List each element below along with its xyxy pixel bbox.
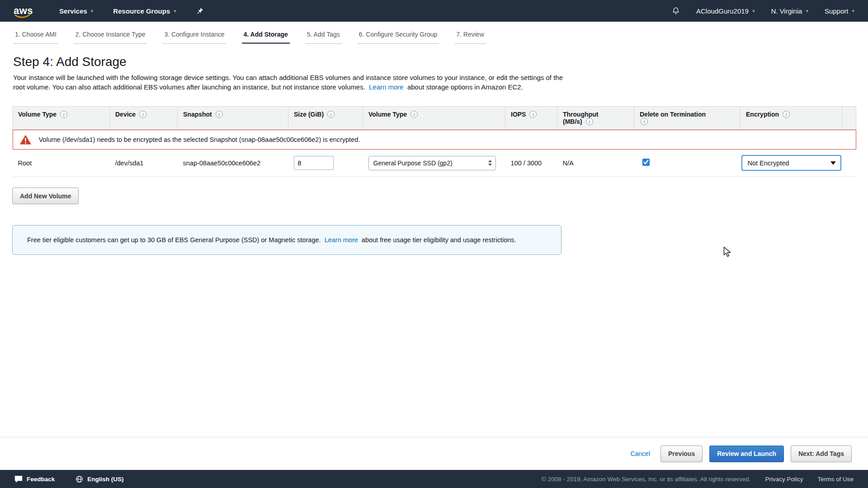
- top-navigation-bar: aws Services ▾ Resource Groups ▾ ACloudG…: [0, 0, 868, 22]
- tab-add-tags[interactable]: 5. Add Tags: [305, 31, 342, 44]
- learn-more-link[interactable]: Learn more: [369, 83, 404, 91]
- tab-review[interactable]: 7. Review: [454, 31, 486, 44]
- row-spacer-cell: [842, 150, 856, 177]
- resource-groups-menu-label: Resource Groups: [113, 7, 170, 15]
- tab-configure-security-group[interactable]: 6. Configure Security Group: [357, 31, 439, 44]
- resource-groups-menu[interactable]: Resource Groups ▾: [113, 7, 176, 15]
- encryption-warning-row: Volume (/dev/sda1) needs to be encrypted…: [13, 130, 856, 150]
- col-header-device: Devicei: [110, 107, 178, 130]
- wizard-steps-tabs: 1. Choose AMI 2. Choose Instance Type 3.…: [0, 22, 868, 44]
- globe-icon: [75, 475, 83, 483]
- free-tier-learn-more-link[interactable]: Learn more: [325, 236, 358, 244]
- encryption-warning-banner: Volume (/dev/sda1) needs to be encrypted…: [13, 130, 856, 150]
- info-icon[interactable]: i: [783, 111, 790, 118]
- chevron-down-icon: ▾: [174, 9, 176, 14]
- col-header-delete-on-termination: Delete on Termination i: [634, 107, 741, 130]
- services-menu[interactable]: Services ▾: [59, 7, 93, 15]
- cancel-link[interactable]: Cancel: [630, 450, 650, 457]
- bell-icon: [672, 7, 680, 15]
- iops-cell: 100 / 3000: [505, 150, 557, 177]
- info-icon[interactable]: i: [60, 111, 67, 118]
- tab-choose-instance-type[interactable]: 2. Choose Instance Type: [74, 31, 147, 44]
- region-menu-label: N. Virginia: [771, 7, 802, 15]
- chevron-down-icon: ▾: [806, 9, 808, 14]
- info-icon[interactable]: i: [529, 111, 537, 118]
- table-header-row: Volume Typei Devicei Snapshoti Size (GiB…: [13, 107, 856, 130]
- tab-choose-ami[interactable]: 1. Choose AMI: [13, 31, 58, 44]
- info-icon[interactable]: i: [327, 111, 335, 118]
- feedback-button[interactable]: Feedback: [14, 475, 55, 483]
- top-nav-right-group: ACloudGuru2019 ▾ N. Virginia ▾ Support ▾: [672, 7, 854, 15]
- info-icon[interactable]: i: [139, 111, 146, 118]
- free-tier-text: Free tier eligible customers can get up …: [27, 236, 321, 244]
- encryption-selected-value: Not Encrypted: [748, 160, 789, 167]
- volume-type-select[interactable]: General Purpose SSD (gp2): [368, 156, 496, 170]
- size-input[interactable]: [294, 156, 334, 170]
- select-arrows-icon: [488, 160, 492, 166]
- chevron-down-icon: ▾: [852, 9, 854, 14]
- support-menu-label: Support: [825, 7, 849, 15]
- feedback-bubble-icon: [14, 475, 23, 483]
- notifications-button[interactable]: [672, 7, 680, 15]
- pin-icon: [196, 7, 203, 14]
- col-header-iops: IOPSi: [505, 107, 557, 130]
- wizard-action-bar: Cancel Previous Review and Launch Next: …: [0, 437, 868, 470]
- privacy-policy-link[interactable]: Privacy Policy: [765, 476, 803, 483]
- info-icon[interactable]: i: [216, 111, 223, 118]
- mouse-cursor: [723, 247, 732, 258]
- col-header-throughput: Throughput (MB/s)i: [557, 107, 634, 130]
- add-new-volume-button[interactable]: Add New Volume: [12, 188, 79, 204]
- support-menu[interactable]: Support ▾: [825, 7, 854, 15]
- col-header-volume-type-select: Volume Typei: [363, 107, 505, 130]
- footer-right-group: © 2008 - 2019, Amazon Web Services, Inc.…: [542, 476, 854, 483]
- aws-logo[interactable]: aws: [14, 5, 33, 17]
- review-and-launch-button[interactable]: Review and Launch: [709, 446, 784, 462]
- terms-of-use-link[interactable]: Terms of Use: [817, 476, 854, 483]
- volume-type-select-cell: General Purpose SSD (gp2): [363, 150, 505, 177]
- free-tier-note: Free tier eligible customers can get up …: [12, 225, 561, 255]
- language-label: English (US): [87, 476, 123, 483]
- col-header-size: Size (GiB)i: [288, 107, 363, 130]
- aws-smile-icon: [14, 14, 31, 19]
- device-cell: /dev/sda1: [110, 150, 178, 177]
- encryption-select[interactable]: Not Encrypted: [741, 155, 841, 171]
- free-tier-text-after: about free usage tier eligibility and us…: [362, 236, 516, 244]
- warning-icon: [19, 134, 32, 145]
- delete-on-termination-cell: [634, 150, 741, 177]
- col-header-encryption: Encryptioni: [741, 107, 842, 130]
- col-header-spacer: [842, 107, 856, 130]
- info-icon[interactable]: i: [641, 118, 648, 125]
- info-icon[interactable]: i: [410, 111, 418, 118]
- account-menu-label: ACloudGuru2019: [696, 7, 749, 15]
- volume-row: Root /dev/sda1 snap-08aae50c00ce606e2 Ge…: [13, 150, 856, 177]
- volume-type-selected-value: General Purpose SSD (gp2): [373, 160, 453, 167]
- size-cell: [288, 150, 363, 177]
- next-add-tags-button[interactable]: Next: Add Tags: [791, 446, 852, 462]
- chevron-down-icon: ▾: [91, 9, 94, 14]
- region-menu[interactable]: N. Virginia ▾: [771, 7, 808, 15]
- chevron-down-icon: ▾: [752, 9, 755, 14]
- storage-volumes-table: Volume Typei Devicei Snapshoti Size (GiB…: [12, 106, 856, 177]
- account-menu[interactable]: ACloudGuru2019 ▾: [696, 7, 755, 15]
- col-header-volume-type: Volume Typei: [13, 107, 110, 130]
- throughput-cell: N/A: [557, 150, 634, 177]
- tab-configure-instance[interactable]: 3. Configure Instance: [162, 31, 226, 44]
- page-description: Your instance will be launched with the …: [13, 73, 573, 92]
- page-title: Step 4: Add Storage: [13, 55, 855, 69]
- encryption-cell: Not Encrypted: [741, 150, 842, 177]
- previous-button[interactable]: Previous: [660, 446, 703, 462]
- tab-add-storage[interactable]: 4. Add Storage: [242, 31, 290, 44]
- console-footer: Feedback English (US) © 2008 - 2019, Ama…: [0, 470, 868, 488]
- language-selector[interactable]: English (US): [75, 475, 123, 483]
- col-header-snapshot: Snapshoti: [178, 107, 288, 130]
- feedback-label: Feedback: [27, 476, 55, 483]
- warning-text: Volume (/dev/sda1) needs to be encrypted…: [39, 136, 360, 143]
- dropdown-arrow-icon: [830, 161, 836, 165]
- services-menu-label: Services: [59, 7, 87, 15]
- delete-on-termination-checkbox[interactable]: [642, 159, 650, 166]
- pin-shortcut-button[interactable]: [196, 7, 203, 14]
- snapshot-cell: snap-08aae50c00ce606e2: [178, 150, 288, 177]
- info-icon[interactable]: i: [586, 118, 593, 125]
- page-description-text-after: about storage options in Amazon EC2.: [407, 83, 523, 91]
- volume-type-cell: Root: [13, 150, 110, 177]
